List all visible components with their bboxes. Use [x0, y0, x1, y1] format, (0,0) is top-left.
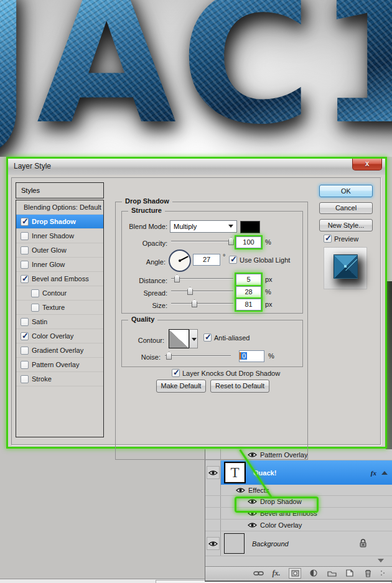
style-item-pattern-overlay[interactable]: Pattern Overlay — [16, 358, 103, 372]
eye-icon[interactable] — [207, 537, 220, 550]
contour-label: Contour: — [122, 337, 164, 344]
make-default-button[interactable]: Make Default — [156, 380, 206, 393]
new-style-button[interactable]: New Style... — [319, 219, 373, 231]
style-item-inner-shadow[interactable]: Inner Shadow — [16, 229, 103, 243]
new-group-icon[interactable] — [326, 569, 337, 578]
style-item-checkbox[interactable] — [21, 275, 29, 283]
reset-default-button[interactable]: Reset to Default — [210, 380, 269, 393]
style-item-satin[interactable]: Satin — [16, 315, 103, 329]
dialog-titlebar[interactable]: Layer Style x — [8, 159, 385, 175]
opacity-input[interactable]: 100 — [236, 236, 261, 248]
style-item-checkbox[interactable] — [31, 289, 39, 297]
size-input[interactable]: 81 — [236, 299, 261, 310]
lock-icon — [360, 539, 366, 549]
scroll-down-icon[interactable] — [378, 559, 384, 562]
eye-icon[interactable] — [236, 487, 245, 493]
group-label: Drop Shadow — [122, 197, 172, 205]
layer-mask-icon[interactable] — [289, 568, 301, 579]
style-item-label: Drop Shadow — [32, 218, 76, 225]
collapse-effects-icon[interactable] — [381, 471, 388, 475]
style-item-stroke[interactable]: Stroke — [16, 372, 103, 386]
angle-dial[interactable] — [169, 250, 191, 272]
style-item-inner-glow[interactable]: Inner Glow — [16, 258, 103, 272]
distance-slider[interactable] — [171, 274, 233, 283]
eye-icon[interactable] — [248, 522, 257, 528]
preview-checkbox[interactable] — [324, 235, 332, 243]
close-button[interactable]: x — [352, 159, 382, 170]
distance-label: Distance: — [122, 277, 167, 284]
spread-input[interactable]: 28 — [236, 286, 261, 298]
style-item-checkbox[interactable] — [21, 318, 29, 326]
style-item-texture[interactable]: Texture — [16, 301, 103, 315]
link-icon[interactable] — [253, 569, 264, 578]
style-item-label: Inner Shadow — [32, 232, 74, 240]
quality-group: Quality Contour: Anti-aliased Noise: 0 % — [121, 320, 303, 367]
new-layer-icon[interactable] — [344, 569, 355, 578]
style-item-label: Color Overlay — [32, 332, 73, 340]
size-slider[interactable] — [171, 299, 233, 308]
cancel-button[interactable]: Cancel — [319, 202, 373, 214]
style-item-contour[interactable]: Contour — [16, 286, 103, 301]
noise-input[interactable]: 0 — [239, 350, 264, 362]
distance-input[interactable]: 5 — [236, 274, 261, 286]
style-item-gradient-overlay[interactable]: Gradient Overlay — [16, 343, 103, 358]
panel-resize-grip[interactable] — [380, 570, 386, 576]
style-item-blending-options-default[interactable]: Blending Options: Default — [16, 200, 103, 215]
opacity-slider[interactable] — [171, 237, 233, 246]
blend-mode-label: Blend Mode: — [122, 223, 167, 230]
style-item-outer-glow[interactable]: Outer Glow — [16, 243, 103, 258]
styles-list: Blending Options: DefaultDrop ShadowInne… — [16, 200, 104, 437]
ok-button[interactable]: OK — [319, 185, 373, 197]
style-item-checkbox[interactable] — [21, 261, 29, 269]
text-layer-thumbnail[interactable]: T — [224, 462, 246, 483]
style-item-label: Inner Glow — [32, 261, 65, 268]
style-item-checkbox[interactable] — [21, 232, 29, 240]
annotation-highlight-drop-shadow — [235, 497, 319, 513]
blend-mode-select[interactable]: Multiply — [170, 220, 237, 233]
contour-dropdown-icon[interactable] — [189, 329, 198, 348]
shadow-color-swatch[interactable] — [240, 221, 260, 233]
fx-icon[interactable]: fx. — [271, 569, 282, 578]
use-global-light-checkbox[interactable] — [229, 256, 237, 264]
effects-header-row[interactable]: Effects — [205, 485, 392, 496]
delete-layer-icon[interactable] — [362, 569, 373, 578]
adjustment-layer-icon[interactable] — [308, 569, 319, 578]
anti-aliased-checkbox[interactable] — [203, 333, 212, 342]
layer-name[interactable]: Background — [252, 540, 289, 548]
style-item-bevel-and-emboss[interactable]: Bevel and Emboss — [16, 272, 103, 286]
layer-knockout-checkbox[interactable] — [172, 369, 180, 377]
style-item-checkbox[interactable] — [21, 218, 29, 226]
spread-slider[interactable] — [171, 287, 233, 296]
style-item-checkbox[interactable] — [31, 304, 39, 312]
size-label: Size: — [122, 302, 167, 309]
style-item-checkbox[interactable] — [21, 375, 29, 383]
spread-label: Spread: — [122, 289, 167, 297]
opacity-label: Opacity: — [122, 240, 167, 247]
style-item-checkbox[interactable] — [21, 246, 29, 254]
style-item-checkbox[interactable] — [21, 332, 29, 340]
noise-slider[interactable] — [165, 352, 231, 360]
style-item-label: Pattern Overlay — [32, 361, 79, 368]
layer-row-quack[interactable]: T Quack! fx — [205, 460, 392, 485]
group-label: Structure — [128, 207, 165, 214]
anti-aliased-label: Anti-aliased — [214, 334, 250, 342]
dialog-title: Layer Style — [14, 162, 51, 170]
background-thumbnail[interactable] — [224, 533, 245, 554]
angle-input[interactable]: 27 — [193, 254, 220, 266]
use-global-light-label: Use Global Light — [240, 256, 290, 264]
contour-thumbnail[interactable] — [169, 329, 189, 348]
style-item-checkbox[interactable] — [21, 347, 29, 355]
effect-row-color-overlay[interactable]: Color Overlay — [205, 520, 392, 531]
style-item-color-overlay[interactable]: Color Overlay — [16, 329, 103, 343]
blend-mode-value: Multiply — [174, 223, 197, 230]
style-item-checkbox[interactable] — [21, 361, 29, 369]
layer-row-background[interactable]: Background — [205, 531, 392, 556]
layer-style-dialog: Layer Style x Styles Blending Options: D… — [6, 157, 387, 449]
style-item-label: Satin — [32, 318, 47, 325]
style-preview-thumbnail — [324, 247, 367, 289]
chevron-down-icon — [228, 225, 233, 228]
eye-icon[interactable] — [207, 466, 220, 479]
style-item-drop-shadow[interactable]: Drop Shadow — [16, 215, 103, 229]
group-label: Quality — [128, 315, 157, 323]
preview-pyramid — [334, 254, 358, 279]
